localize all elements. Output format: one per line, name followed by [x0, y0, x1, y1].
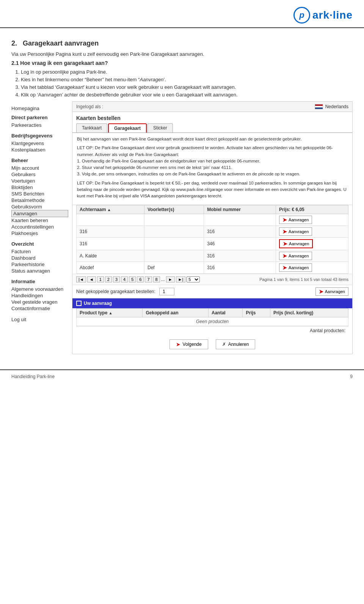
sidebar-item-klantgegevens[interactable]: Klantgegevens: [11, 140, 68, 147]
cell-action: ➤ Aanvragen: [276, 250, 348, 262]
sidebar-item-bloktijden[interactable]: Bloktijden: [11, 184, 68, 191]
tab-tankkaart[interactable]: Tankkaart: [76, 123, 107, 132]
sidebar-item-logout[interactable]: Log uit: [11, 316, 68, 323]
pag-prev[interactable]: ◄: [87, 276, 96, 282]
sidebar-item-voorwaarden[interactable]: Algemene voorwaarden: [11, 286, 68, 292]
pag-1[interactable]: 1: [97, 276, 104, 282]
sidebar-item-gebruikers[interactable]: Gebruikers: [11, 171, 68, 178]
info-para-1: Bij het aanvragen van een Park-line Gara…: [77, 136, 348, 142]
volgende-button[interactable]: ➤ Volgende: [169, 339, 208, 349]
cell-achternaam: Abcdef: [77, 262, 144, 274]
sidebar-item-vragen[interactable]: Veel gestelde vragen: [11, 299, 68, 305]
aanvragen-label: Aanvragen: [289, 241, 309, 246]
annuleren-button[interactable]: ✗ Annuleren: [216, 339, 256, 349]
sub-section-heading: 2.1 Hoe vraag ik een garagekaart aan?: [11, 60, 353, 66]
aanvragen-label: Aanvragen: [289, 229, 309, 234]
section-heading: 2. Garagekaart aanvragen: [11, 39, 353, 47]
logo-p-letter: p: [299, 10, 304, 20]
col-prijs: Prijs: € 6,05: [276, 205, 348, 214]
volgende-label: Volgende: [183, 342, 202, 347]
aanvragen-button-4[interactable]: ➤ Aanvragen: [279, 263, 312, 272]
arrow-icon-volgende: ➤: [176, 341, 180, 347]
page-body: Homepagina Direct parkeren Parkeeracties…: [11, 101, 353, 354]
pagination-row: |◄ ◄ 1 2 3 4 5 6 7 8 ... ► ►| 5: [72, 274, 352, 285]
col-achternaam[interactable]: Achternaam ▲: [77, 205, 144, 214]
cell-action: ➤ Aanvragen: [276, 226, 348, 238]
col-product-type[interactable]: Product type ▲: [77, 309, 143, 317]
col-gekoppeld-aan: Gekoppeld aan: [143, 309, 209, 317]
per-page-select[interactable]: 5 10 25: [187, 276, 200, 282]
sidebar-item-home[interactable]: Homepagina: [11, 105, 68, 112]
section-number: 2.: [11, 39, 17, 47]
sidebar-section-logout: Log uit: [11, 316, 68, 323]
aanvragen-button-1[interactable]: ➤ Aanvragen: [279, 227, 312, 236]
arrow-icon: ➤: [319, 289, 323, 295]
pag-4[interactable]: 4: [121, 276, 128, 282]
sidebar-item-betaalmethode[interactable]: Betaalmethode: [11, 197, 68, 203]
sidebar-item-accountinstellingen[interactable]: Accountinstellingen: [11, 224, 68, 230]
sort-arrow-achternaam: ▲: [107, 208, 111, 212]
sidebar-title-bedrijf: Bedrijfsgegevens: [11, 133, 68, 139]
sidebar-title-beheer: Beheer: [11, 158, 68, 163]
sidebar-item-voertuigen[interactable]: Voertuigen: [11, 178, 68, 184]
sidebar-section-info: Informatie Algemene voorwaarden Handleid…: [11, 279, 68, 312]
pag-info: Pagina 1 van 9, items 1 tot 5 van totaal…: [259, 277, 348, 282]
pag-6[interactable]: 6: [137, 276, 144, 282]
table-row: Abcdef Def 316 ➤ Aanvragen: [77, 262, 348, 274]
lang-selector[interactable]: Nederlands: [315, 104, 348, 109]
pag-next[interactable]: ►: [166, 276, 175, 282]
cell-achternaam: [77, 214, 144, 226]
sidebar-item-dashboard[interactable]: Dashboard: [11, 255, 68, 261]
pag-7[interactable]: 7: [145, 276, 152, 282]
uw-aanvraag-label: Uw aanvraag: [84, 301, 112, 306]
sidebar-item-sms[interactable]: SMS Berichten: [11, 191, 68, 197]
sidebar-item-gebruiksvorm[interactable]: Gebruiksvorm: [11, 203, 68, 210]
footer-page: 9: [350, 374, 353, 379]
pag-8[interactable]: 8: [153, 276, 160, 282]
sidebar-item-kostenplaatsen[interactable]: Kostenplaatsen: [11, 147, 68, 153]
aanvragen-button-2[interactable]: ➤ Aanvragen: [279, 239, 313, 248]
geen-producten-cell: Geen producten: [77, 317, 348, 326]
sidebar-item-facturen[interactable]: Facturen: [11, 248, 68, 255]
col-prijs: Prijs: [243, 309, 270, 317]
cell-achternaam: 316: [77, 238, 144, 250]
annuleren-label: Annuleren: [228, 342, 249, 347]
sidebar-item-contact[interactable]: Contactinformatie: [11, 305, 68, 312]
cell-mobiel: [204, 214, 276, 226]
pag-3[interactable]: 3: [113, 276, 120, 282]
pag-2[interactable]: 2: [105, 276, 112, 282]
kaarten-title: Kaarten bestellen: [72, 112, 352, 123]
pag-5[interactable]: 5: [129, 276, 136, 282]
cell-mobiel: 316: [204, 262, 276, 274]
steps-list: Log in op persoonlijke pagina Park-line.…: [21, 69, 353, 98]
pag-last[interactable]: ►|: [176, 276, 186, 282]
qty-input[interactable]: [159, 288, 174, 295]
info-para-2: LET OP: De Park-line Garagekaart dient v…: [77, 145, 348, 177]
arrow-icon: ➤: [282, 217, 287, 223]
arrow-icon: ➤: [283, 241, 287, 247]
aanvragen-label: Aanvragen: [289, 218, 309, 222]
x-icon-annuleren: ✗: [222, 342, 226, 347]
arrow-icon: ➤: [282, 253, 287, 259]
sidebar-item-aanvragen[interactable]: Aanvragen: [11, 210, 68, 217]
sidebar-item-mijn-account[interactable]: Mijn account: [11, 165, 68, 171]
aanvragen-button-3[interactable]: ➤ Aanvragen: [279, 252, 312, 260]
sidebar-item-parkeerhistorie[interactable]: Parkeerhistorie: [11, 261, 68, 268]
sidebar-item-plakhoesjes[interactable]: Plakhoesjes: [11, 230, 68, 237]
not-linked-aanvragen[interactable]: ➤ Aanvragen: [315, 287, 348, 296]
cell-voorletters: [144, 238, 204, 250]
sidebar-item-kaarten-beheren[interactable]: Kaarten beheren: [11, 217, 68, 224]
aanvragen-button-0[interactable]: ➤ Aanvragen: [279, 216, 312, 224]
tab-sticker[interactable]: Sticker: [147, 123, 173, 132]
cell-mobiel: 316: [204, 226, 276, 238]
sidebar-item-parkeeracties[interactable]: Parkeeracties: [11, 122, 68, 128]
header: p ark·line: [0, 0, 364, 28]
tab-garagekaart[interactable]: Garagekaart: [108, 123, 147, 132]
sidebar-section-overzicht: Overzicht Facturen Dashboard Parkeerhist…: [11, 241, 68, 274]
users-table-wrapper: Achternaam ▲ Voorletter(s) Mobiel nummer…: [72, 205, 352, 274]
pagination-controls: |◄ ◄ 1 2 3 4 5 6 7 8 ... ► ►| 5: [76, 276, 200, 282]
pag-first[interactable]: |◄: [76, 276, 86, 282]
sidebar-item-status[interactable]: Status aanvragen: [11, 268, 68, 274]
logged-in-label: Ingelogd als :: [76, 104, 103, 109]
sidebar-item-handleidingen[interactable]: Handleidingen: [11, 292, 68, 299]
